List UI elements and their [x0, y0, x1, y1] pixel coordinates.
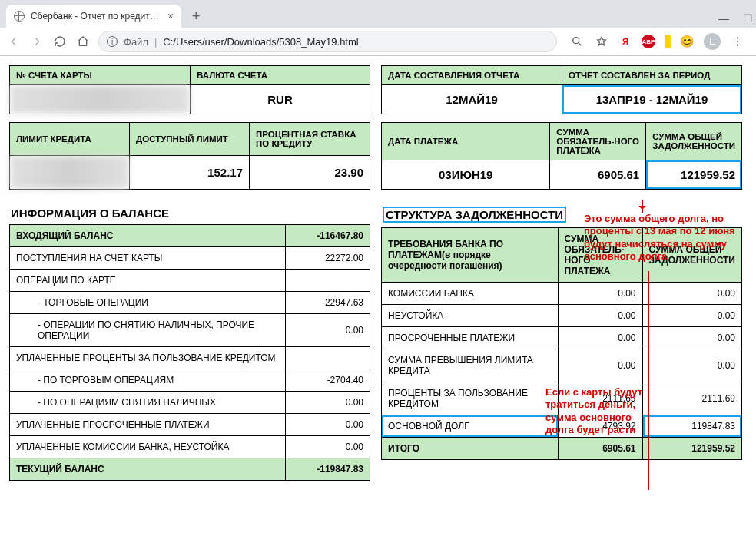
balance-row-label: ВХОДЯЩИЙ БАЛАНС: [10, 225, 286, 247]
star-icon[interactable]: [594, 34, 609, 49]
balance-row-label: ПОСТУПЛЕНИЯ НА СЧЕТ КАРТЫ: [10, 247, 286, 270]
label-report-date: ДАТА СОСТАВЛЕНИЯ ОТЧЕТА: [382, 66, 562, 85]
value-available-limit: 152.17: [130, 155, 250, 189]
profile-avatar[interactable]: E: [704, 33, 721, 50]
value-credit-limit: [10, 155, 130, 189]
value-payment-date: 03ИЮН19: [382, 160, 550, 190]
arrow-icon: [648, 271, 649, 490]
reload-button[interactable]: [52, 34, 68, 49]
home-button[interactable]: [75, 34, 91, 49]
value-report-date: 12МАЙ19: [382, 85, 562, 114]
balance-row-value: -22947.63: [286, 292, 370, 314]
debt-row-mandatory: 0.00: [558, 283, 642, 305]
window-minimize-icon[interactable]: —: [718, 12, 729, 25]
file-label: Файл: [124, 36, 148, 48]
value-total-debt: 121959.52: [646, 160, 742, 190]
debt-title: СТРУКТУРА ЗАДОЛЖЕННОСТИ: [381, 190, 742, 227]
header-row-2: ЛИМИТ КРЕДИТА ДОСТУПНЫЙ ЛИМИТ ПРОЦЕНТНАЯ…: [9, 122, 747, 190]
label-report-period: ОТЧЕТ СОСТАВЛЕН ЗА ПЕРИОД: [562, 66, 742, 85]
zoom-icon[interactable]: [569, 34, 585, 49]
svg-point-3: [737, 45, 738, 46]
debt-row-mandatory: 0.00: [558, 327, 642, 349]
debt-row-label: СУММА ПРЕВЫШЕНИЯ ЛИМИТА КРЕДИТА: [382, 349, 559, 382]
info-icon: i: [107, 36, 118, 47]
value-report-period: 13АПР19 - 12МАЙ19: [562, 85, 742, 114]
browser-tab[interactable]: Сбербанк - Отчет по кредитно… ×: [6, 5, 181, 28]
label-account-number: № СЧЕТА КАРТЫ: [10, 66, 191, 85]
balance-row-value: [286, 270, 370, 292]
payment-table: ДАТА ПЛАТЕЖА СУММА ОБЯЗАТЕЛЬ-НОГО ПЛАТЕЖ…: [381, 122, 742, 190]
document: № СЧЕТА КАРТЫ ВАЛЮТА СЧЕТА RUR ДАТА СОСТ…: [0, 56, 756, 490]
balance-table: ВХОДЯЩИЙ БАЛАНС-116467.80ПОСТУПЛЕНИЯ НА …: [9, 224, 370, 481]
balance-row-label: ТЕКУЩИЙ БАЛАНС: [10, 458, 286, 481]
balance-row-label: ОПЕРАЦИИ ПО КАРТЕ: [10, 270, 286, 292]
label-mandatory-payment: СУММА ОБЯЗАТЕЛЬ-НОГО ПЛАТЕЖА: [550, 123, 646, 160]
debt-row-label: КОМИССИИ БАНКА: [382, 283, 559, 305]
debt-row-label: ПРОСРОЧЕННЫЕ ПЛАТЕЖИ: [382, 327, 559, 349]
balance-row-label: - ТОРГОВЫЕ ОПЕРАЦИИ: [10, 292, 286, 314]
label-total-debt: СУММА ОБЩЕЙ ЗАДОЛЖЕННОСТИ: [646, 123, 742, 160]
balance-row-value: 0.00: [286, 414, 370, 436]
svg-point-2: [737, 41, 738, 42]
debt-header-total: СУММА ОБЩЕЙ ЗАДОЛЖЕННОСТИ: [642, 228, 741, 283]
svg-point-0: [573, 38, 579, 44]
label-currency: ВАЛЮТА СЧЕТА: [191, 66, 370, 85]
balance-title: ИНФОРМАЦИЯ О БАЛАНСЕ: [9, 190, 370, 224]
balance-row-value: [286, 347, 370, 369]
limit-table: ЛИМИТ КРЕДИТА ДОСТУПНЫЙ ЛИМИТ ПРОЦЕНТНАЯ…: [9, 122, 370, 190]
label-payment-date: ДАТА ПЛАТЕЖА: [382, 123, 550, 160]
debt-row-label: НЕУСТОЙКА: [382, 305, 559, 327]
value-mandatory-payment: 6905.61: [550, 160, 646, 190]
header-row-1: № СЧЕТА КАРТЫ ВАЛЮТА СЧЕТА RUR ДАТА СОСТ…: [9, 65, 747, 114]
debt-row-mandatory: 4793.92: [558, 415, 642, 438]
globe-icon: [14, 11, 25, 22]
balance-row-value: -119847.83: [286, 458, 370, 481]
adblock-icon[interactable]: ABP: [642, 35, 655, 48]
extension-icon[interactable]: [665, 35, 671, 48]
debt-row-total: 0.00: [642, 349, 741, 382]
window-maximize-icon[interactable]: ☐: [743, 12, 753, 25]
toolbar-right: Я ABP 😊 E: [565, 33, 750, 50]
label-interest-rate: ПРОЦЕНТНАЯ СТАВКА ПО КРЕДИТУ: [250, 123, 370, 156]
balance-row-label: УПЛАЧЕННЫЕ ПРОЦЕНТЫ ЗА ПОЛЬЗОВАНИЕ КРЕДИ…: [10, 347, 286, 369]
address-bar[interactable]: i Файл | C:/Users/user/Downloads/5308_Ma…: [98, 31, 557, 52]
debt-table: ТРЕБОВАНИЯ БАНКА ПО ПЛАТЕЖАМ(в порядке о…: [381, 227, 742, 460]
back-button[interactable]: [6, 34, 22, 49]
new-tab-button[interactable]: +: [186, 6, 206, 26]
debt-total-mandatory: 6905.61: [558, 438, 642, 460]
balance-row-label: УПЛАЧЕННЫЕ КОМИССИИ БАНКА, НЕУСТОЙКА: [10, 436, 286, 458]
debt-header-mandatory: СУММА ОБЯЗАТЕЛЬ-НОГО ПЛАТЕЖА: [558, 228, 642, 283]
balance-row-label: - ПО ТОРГОВЫМ ОПЕРАЦИЯМ: [10, 369, 286, 392]
debt-row-total: 2111.69: [642, 382, 741, 415]
browser-chrome: Сбербанк - Отчет по кредитно… × + — ☐ i …: [0, 0, 756, 56]
svg-point-1: [737, 37, 738, 38]
debt-header-requirements: ТРЕБОВАНИЯ БАНКА ПО ПЛАТЕЖАМ(в порядке о…: [382, 228, 559, 283]
debt-row-label: ПРОЦЕНТЫ ЗА ПОЛЬЗОВАНИЕ КРЕДИТОМ: [382, 382, 559, 415]
label-credit-limit: ЛИМИТ КРЕДИТА: [10, 123, 130, 156]
arrow-icon: [642, 200, 643, 213]
file-path: C:/Users/user/Downloads/5308_May19.html: [163, 36, 358, 48]
balance-row-value: -2704.40: [286, 369, 370, 392]
balance-row-label: - ПО ОПЕРАЦИЯМ СНЯТИЯ НАЛИЧНЫХ: [10, 392, 286, 414]
debt-row-total: 0.00: [642, 283, 741, 305]
balance-row-value: 0.00: [286, 314, 370, 347]
value-currency: RUR: [191, 85, 370, 114]
balance-section: ИНФОРМАЦИЯ О БАЛАНСЕ ВХОДЯЩИЙ БАЛАНС-116…: [9, 190, 370, 481]
menu-icon[interactable]: [730, 34, 745, 49]
debt-row-total: 119847.83: [642, 415, 741, 438]
debt-row-label: ОСНОВНОЙ ДОЛГ: [382, 415, 559, 438]
debt-row-total: 0.00: [642, 305, 741, 327]
report-date-table: ДАТА СОСТАВЛЕНИЯ ОТЧЕТА ОТЧЕТ СОСТАВЛЕН …: [381, 65, 742, 114]
emoji-icon[interactable]: 😊: [680, 35, 695, 48]
browser-toolbar: i Файл | C:/Users/user/Downloads/5308_Ma…: [0, 28, 756, 55]
close-icon[interactable]: ×: [167, 11, 174, 22]
debt-row-total: 0.00: [642, 327, 741, 349]
balance-row-value: -116467.80: [286, 225, 370, 247]
balance-row-label: УПЛАЧЕННЫЕ ПРОСРОЧЕННЫЕ ПЛАТЕЖИ: [10, 414, 286, 436]
tab-bar: Сбербанк - Отчет по кредитно… × + — ☐: [0, 0, 756, 28]
debt-total-total: 121959.52: [642, 438, 741, 460]
account-table: № СЧЕТА КАРТЫ ВАЛЮТА СЧЕТА RUR: [9, 65, 370, 114]
yandex-icon[interactable]: Я: [618, 35, 632, 48]
forward-button[interactable]: [29, 34, 45, 49]
balance-row-value: 0.00: [286, 392, 370, 414]
